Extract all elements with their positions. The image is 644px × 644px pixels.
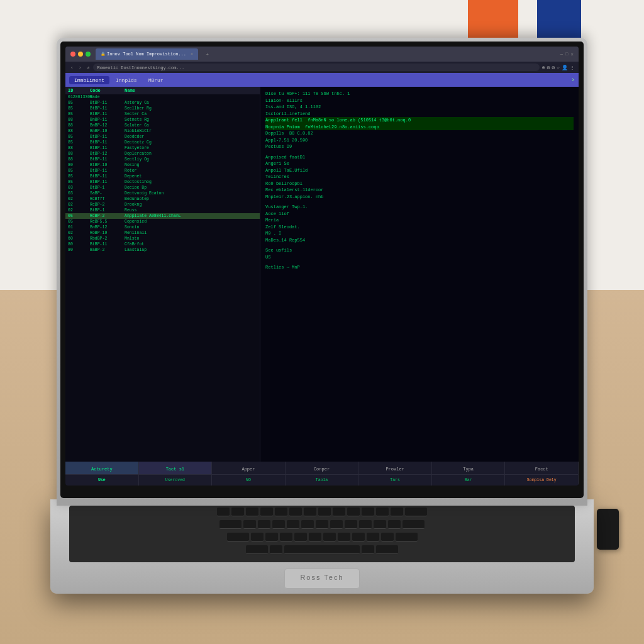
bottom-tab-prowler[interactable]: Prowler [358,462,432,474]
row-id: 85 [68,140,90,145]
list-row[interactable]: 88BtBP-11Sectliy Og [65,157,260,162]
key [316,520,328,529]
row-id: 88 [68,129,90,133]
list-row[interactable]: 85BtBP-11Doctostihog [65,179,260,185]
back-button[interactable]: ‹ [69,65,75,70]
list-row[interactable]: 85BtBP-11Dectactz Cg [65,140,260,145]
list-row[interactable]: 85BtBP-11Deodcder [65,134,260,140]
list-panel: ID Code Name 0128013300Rade85BtBP-11Asto… [65,87,260,462]
url-field[interactable]: Romeotic DostInomnestkingy.com... [93,64,539,71]
bottom-tab-conper[interactable]: Conper [286,462,359,474]
detail-line: Anpplrant fell fnMa8nN so lone.ab (51051… [265,117,574,124]
col-code: Code [90,88,125,93]
list-row[interactable]: 03SaBP-Dectvooig Ecaton [65,191,260,196]
row-code: BtBP-12 [90,152,125,156]
list-row[interactable]: 85BtBP-11Astoray Ca [65,100,260,106]
main-content: ID Code Name 0128013300Rade85BtBP-11Asto… [65,87,579,462]
menu-icon[interactable]: ⋮ [570,65,575,70]
bottom-tab-apper[interactable]: Apper [212,462,286,474]
settings-icon[interactable]: ⚙ [547,65,550,70]
bottom-tab-facct[interactable]: Facct [505,462,579,474]
key [309,533,321,541]
nav-tab-immbliment[interactable]: Immbliment [69,76,109,84]
list-row[interactable]: 88BtBP-12Doplercaton [65,151,260,157]
account-icon[interactable]: 👤 [562,65,568,70]
nav-expand-icon[interactable]: › [571,77,575,84]
row-id: 03 [68,186,90,190]
maximize-button[interactable] [86,52,91,57]
detail-line: Vustanger Twp.1. [265,204,574,211]
list-row[interactable]: 88BnBP-11Setnets Rg [65,117,260,123]
forward-button[interactable]: › [77,65,83,70]
minimize-button[interactable] [78,52,83,57]
bottom-tab-typa[interactable]: Typa [432,462,506,474]
key [388,520,401,529]
row-name: CfaBrfot [125,242,257,247]
bottom-sub-tab-useroved[interactable]: Useroved [139,475,213,486]
row-code: BtBP-11 [90,174,125,179]
detail-line: Ro9 bellroopbl [265,180,574,187]
detail-line: Appl-7.51 20.590 [265,137,574,144]
bottom-sub-tab-use[interactable]: Use [65,475,139,486]
row-id: 85 [68,169,90,173]
key [270,545,282,554]
window-restore-icon[interactable]: □ [565,52,568,57]
detail-line: Liaion- elllrs [265,97,574,104]
close-button[interactable] [70,52,75,57]
key [347,508,360,516]
tab-close-icon[interactable]: × [191,52,193,57]
list-row[interactable]: 01BnBP-12Soncin [65,225,260,230]
list-row[interactable]: 80BtBP-19Nosing [65,162,260,168]
list-row[interactable]: 88BtBP-11Fastyetore [65,145,260,151]
list-row[interactable]: 60RbdBP-2Mnlsto [65,236,260,242]
refresh-button[interactable]: ↺ [86,65,91,70]
list-row[interactable]: 80BaBP-2Laastalap [65,247,260,253]
key [251,533,264,541]
bottom-tabs: ActuretyTact s1ApperConperProwlerTypaFac… [65,462,579,486]
new-tab-button[interactable]: + [206,52,209,57]
window-close-icon[interactable]: × [570,52,574,57]
list-row[interactable]: 02RoBP-19Meniinall [65,230,260,236]
detail-line: Iss-and ISO, 4 1.1102 [265,104,574,111]
bottom-sub-tab-tars[interactable]: Tars [358,475,432,486]
bottom-sub-tab-somplsa-dely[interactable]: Somplsa Dely [505,475,579,486]
bottom-sub-tab-taola[interactable]: Taola [286,475,359,486]
list-row[interactable]: 85BtBP-11Roter [65,168,260,174]
detail-line: Isctori1-inefiend [265,111,574,118]
key [217,508,230,516]
list-row[interactable]: 02BtBP-1Reuss [65,208,260,213]
list-row[interactable]: 88BnBP-19NioblAWiCtr [65,128,260,134]
bottom-sub-tab-no[interactable]: NO [212,475,286,486]
browser-tab-active[interactable]: 🔒 Innov Tool Nom Improvistion... × [96,48,198,60]
bottom-tab-acturety[interactable]: Acturety [65,462,139,474]
nav-tab-mbrur[interactable]: MBrur [143,76,169,84]
key [359,520,372,529]
window-minimize-icon[interactable]: — [560,52,563,57]
list-row[interactable]: 85BtBP-11Secter Ca [65,111,260,117]
shield-icon: ⊕ [542,65,545,70]
row-name: Astoray Ca [125,101,257,105]
list-row[interactable]: 03BtBP-1Decioe Bp [65,185,260,191]
bottom-sub-tab-bar[interactable]: Bar [432,475,506,486]
list-row[interactable]: 85BtBP-11Secllber Rg [65,106,260,111]
row-code: BnBP-12 [90,225,125,230]
row-code: BtBP-1 [90,208,125,213]
nav-tab-innplds[interactable]: Innplds [111,76,142,84]
list-row[interactable]: 0128013300Rade [65,94,260,100]
list-row[interactable]: 05RcBP-2Anppllate A080411.chanL [65,213,260,219]
extensions-icon[interactable]: ⚙ [552,65,555,70]
list-row[interactable]: 80BtBP-11CfaBrfot [65,242,260,247]
list-row[interactable]: 85BtBP-11Depenet [65,174,260,179]
list-row[interactable]: 02RcBf7TBedunaotep [65,196,260,202]
list-row[interactable]: 88BnBP-12Scluter Ca [65,123,260,128]
detail-panel: Dise tu RbP+: 111 78 S6W tnhc. 1Liaion- … [260,87,579,462]
detail-line: Telincres [265,174,574,180]
list-row[interactable]: 02RcBP-2Drookng [65,202,260,208]
bookmark-icon[interactable]: ☆ [557,65,560,70]
bottom-tab-tact-s1[interactable]: Tact s1 [139,462,213,474]
list-header: ID Code Name [65,87,260,94]
key [243,520,256,529]
row-name: Sectliy Og [125,157,257,162]
key [333,508,345,516]
list-row[interactable]: 05RcBF5.5Copensied [65,219,260,225]
